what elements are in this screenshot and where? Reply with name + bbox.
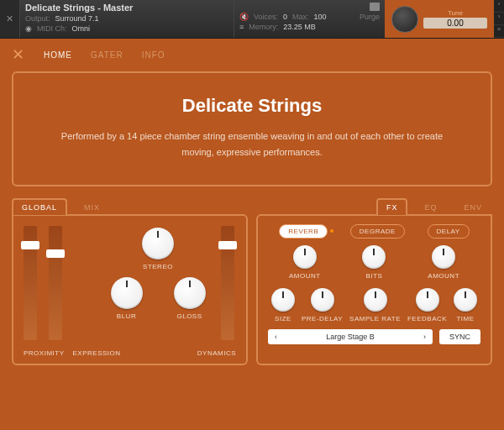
tab-info[interactable]: INFO xyxy=(142,50,165,60)
left-panel: GLOBAL MIX STEREO BLUR GLOSS PROXIMI xyxy=(12,198,248,365)
tab-eq[interactable]: EQ xyxy=(414,198,447,215)
chevron-left-icon[interactable]: ‹ xyxy=(275,333,277,341)
preset-selector[interactable]: ‹Large Stage B› xyxy=(268,329,433,344)
header-info: Delicate Strings - Master Output:Surroun… xyxy=(20,0,234,38)
samplerate-knob[interactable] xyxy=(364,288,387,312)
degrade-button[interactable]: DEGRADE xyxy=(350,224,405,239)
tab-gater[interactable]: GATER xyxy=(91,50,123,60)
main-panel: ✕ HOME GATER INFO Delicate Strings Perfo… xyxy=(0,39,504,430)
hero-description: Performed by a 14 piece chamber string e… xyxy=(47,128,457,160)
bits-knob[interactable] xyxy=(362,245,386,269)
chevron-right-icon[interactable]: › xyxy=(423,333,426,341)
close-button[interactable]: × xyxy=(494,25,504,38)
mute-icon[interactable]: 🔇 xyxy=(239,13,249,21)
predelay-knob[interactable] xyxy=(311,288,334,312)
hero-box: Delicate Strings Performed by a 14 piece… xyxy=(12,71,492,186)
solo-icon[interactable]: ≡ xyxy=(239,23,244,31)
time-knob[interactable] xyxy=(454,288,477,312)
midi-icon: ◉ xyxy=(25,24,32,33)
window-controls: ‹ › × xyxy=(494,0,504,38)
tune-knob[interactable] xyxy=(391,6,418,33)
feedback-knob[interactable] xyxy=(416,288,439,312)
reverb-button[interactable]: REVERB xyxy=(279,224,328,239)
instrument-title: Delicate Strings - Master xyxy=(25,3,133,13)
tune-value[interactable]: 0.00 xyxy=(423,18,487,29)
hero-title: Delicate Strings xyxy=(47,95,457,117)
gloss-knob[interactable] xyxy=(174,277,206,309)
tab-env[interactable]: ENV xyxy=(454,198,492,215)
prev-button[interactable]: ‹ xyxy=(494,0,504,13)
snapshot-icon[interactable] xyxy=(370,3,380,11)
size-knob[interactable] xyxy=(271,288,295,312)
collapse-toggle[interactable]: ✕ xyxy=(0,0,20,38)
tab-mix[interactable]: MIX xyxy=(74,198,110,215)
tune-section: Tune 0.00 xyxy=(385,0,494,38)
blur-knob[interactable] xyxy=(111,277,143,309)
right-panel: FX EQ ENV REVERB DEGRADE DELAY AMOUNT BI… xyxy=(256,198,492,365)
header-stats: 🔇Voices:0Max:100Purge ≡Memory:23.25 MB xyxy=(234,0,385,38)
expression-slider[interactable] xyxy=(49,226,62,340)
delay-button[interactable]: DELAY xyxy=(428,224,470,239)
instrument-header: ✕ Delicate Strings - Master Output:Surro… xyxy=(0,0,504,39)
stereo-knob[interactable] xyxy=(142,228,174,260)
delay-amount-knob[interactable] xyxy=(432,245,455,269)
brand-logo: ✕ xyxy=(12,45,30,64)
midi-value[interactable]: Omni xyxy=(72,24,91,33)
next-button[interactable]: › xyxy=(494,13,504,25)
dynamics-slider[interactable] xyxy=(221,226,234,340)
output-value[interactable]: Surround 7.1 xyxy=(55,14,99,23)
tab-home[interactable]: HOME xyxy=(44,50,72,60)
tab-global[interactable]: GLOBAL xyxy=(12,198,67,215)
main-tabs: HOME GATER INFO xyxy=(44,50,492,60)
proximity-slider[interactable] xyxy=(24,226,37,340)
sync-button[interactable]: SYNC xyxy=(439,329,480,344)
tab-fx[interactable]: FX xyxy=(376,198,408,215)
reverb-amount-knob[interactable] xyxy=(293,245,317,269)
